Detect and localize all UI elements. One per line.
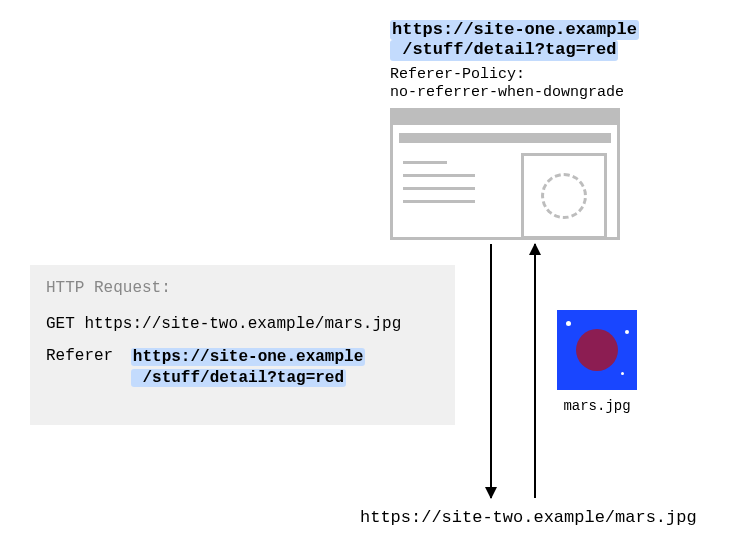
browser-window-icon: [390, 108, 620, 240]
page-url-line2: /stuff/detail?tag=red: [390, 40, 618, 60]
image-placeholder-icon: [521, 153, 607, 239]
page-url-line1: https://site-one.example: [390, 20, 639, 40]
referrer-policy-label: Referer-Policy:: [390, 66, 525, 83]
http-request-line: GET https://site-two.example/mars.jpg: [46, 315, 439, 333]
page-url: https://site-one.example /stuff/detail?t…: [390, 20, 639, 61]
text-lines-icon: [403, 161, 475, 213]
mars-image: mars.jpg: [557, 310, 637, 414]
referer-url-line1: https://site-one.example: [131, 348, 365, 366]
resource-url: https://site-two.example/mars.jpg: [360, 508, 697, 527]
http-method: GET: [46, 315, 75, 333]
http-request-box: HTTP Request: GET https://site-two.examp…: [30, 265, 455, 425]
mars-caption: mars.jpg: [557, 398, 637, 414]
diagram: https://site-one.example /stuff/detail?t…: [0, 0, 744, 544]
http-request-url: https://site-two.example/mars.jpg: [84, 315, 401, 333]
http-referer-label: Referer: [46, 347, 113, 365]
request-arrow-icon: [490, 244, 492, 498]
referrer-policy-value: no-referrer-when-downgrade: [390, 84, 624, 101]
http-referer-line: Referer https://site-one.example /stuff/…: [46, 347, 439, 389]
http-request-label: HTTP Request:: [46, 279, 439, 297]
mars-picture-icon: [557, 310, 637, 390]
referrer-policy: Referer-Policy: no-referrer-when-downgra…: [390, 66, 624, 102]
referer-url-line2: /stuff/detail?tag=red: [131, 369, 346, 387]
response-arrow-icon: [534, 244, 536, 498]
